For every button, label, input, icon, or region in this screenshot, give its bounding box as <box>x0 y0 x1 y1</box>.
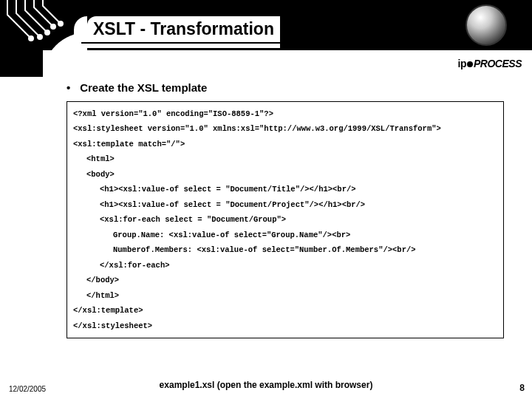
bullet-text: Create the XSL template <box>80 81 207 94</box>
code-line: </html> <box>73 288 497 303</box>
code-box: <?xml version="1.0" encoding="ISO-8859-1… <box>66 101 504 338</box>
svg-point-0 <box>29 36 33 41</box>
code-line: <html> <box>73 151 497 166</box>
code-line: <body> <box>73 167 497 182</box>
code-line: <xsl:stylesheet version="1.0" xmlns:xsl=… <box>73 121 497 136</box>
code-line: <xsl:template match="/"> <box>73 137 497 151</box>
brand-logo: ipPROCESS <box>458 58 522 69</box>
code-line: Numberof.Members: <xsl:value-of select="… <box>73 242 497 257</box>
footer-date: 12/02/2005 <box>9 385 46 393</box>
code-line: </xsl:template> <box>73 303 497 318</box>
header-swoop-fill <box>0 50 43 77</box>
title-underline <box>81 42 455 44</box>
code-line: Group.Name: <xsl:value-of select="Group.… <box>73 228 497 242</box>
code-line: </xsl:for-each> <box>73 258 497 273</box>
svg-point-1 <box>38 35 42 39</box>
svg-point-3 <box>51 24 55 29</box>
code-line: <xsl:for-each select = "Document/Group"> <box>73 212 497 227</box>
brand-ip: ip <box>458 58 466 69</box>
brand-dot-icon <box>467 61 473 67</box>
logo-disc <box>466 4 507 46</box>
code-line: <?xml version="1.0" encoding="ISO-8859-1… <box>73 106 497 121</box>
code-line: <h1><xsl:value-of select = "Document/Pro… <box>73 197 497 212</box>
bullet-item: • Create the XSL template <box>66 81 504 94</box>
content-area: • Create the XSL template <?xml version=… <box>66 81 504 338</box>
caption: example1.xsl (open the example.xml with … <box>0 380 532 390</box>
code-line: </xsl:stylesheet> <box>73 318 497 333</box>
page-number: 8 <box>519 383 525 393</box>
code-line: </body> <box>73 273 497 287</box>
svg-point-4 <box>58 21 63 26</box>
code-line: <h1><xsl:value-of select = "Document/Tit… <box>73 182 497 197</box>
bullet-mark: • <box>66 81 77 94</box>
svg-point-2 <box>45 30 50 35</box>
brand-rest: PROCESS <box>474 58 522 69</box>
